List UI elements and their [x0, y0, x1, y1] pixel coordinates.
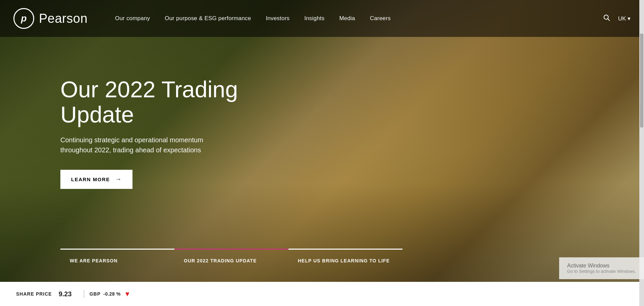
logo-letter: p	[21, 13, 26, 24]
windows-activate-subtitle: Go to Settings to activate Windows.	[567, 269, 636, 274]
svg-point-0	[604, 15, 608, 19]
learn-more-arrow: →	[115, 176, 122, 183]
nav-investors[interactable]: Investors	[258, 15, 297, 22]
brand-name: Pearson	[39, 11, 88, 26]
share-price-change: -0.28 %	[103, 291, 121, 297]
hero-section: p Pearson Our company Our purpose & ESG …	[0, 0, 644, 306]
share-price-divider	[84, 290, 84, 298]
learn-more-label: LEARN MORE	[71, 176, 110, 182]
scrollbar-thumb[interactable]	[640, 34, 643, 128]
bottom-card-we-are-pearson[interactable]: WE ARE PEARSON	[60, 249, 174, 272]
logo-icon: p	[13, 8, 34, 29]
windows-activate-overlay: Activate Windows Go to Settings to activ…	[559, 257, 644, 279]
logo-link[interactable]: p Pearson	[13, 8, 88, 29]
share-price-label: SHARE PRICE	[16, 291, 52, 297]
nav-our-company[interactable]: Our company	[108, 15, 157, 22]
nav-right: UK ▾	[603, 14, 631, 23]
share-price-value: 9.23	[59, 290, 72, 298]
bottom-cards: WE ARE PEARSON OUR 2022 TRADING UPDATE H…	[0, 249, 644, 272]
navbar: p Pearson Our company Our purpose & ESG …	[0, 0, 644, 37]
hero-subtitle: Continuing strategic and operational mom…	[60, 135, 235, 155]
nav-links: Our company Our purpose & ESG performanc…	[108, 15, 603, 22]
nav-media[interactable]: Media	[332, 15, 362, 22]
learn-more-button[interactable]: LEARN MORE →	[60, 170, 132, 189]
bottom-card-bring-learning[interactable]: HELP US BRING LEARNING TO LIFE	[288, 249, 402, 272]
svg-line-1	[608, 19, 609, 21]
bottom-card-title-1: OUR 2022 TRADING UPDATE	[184, 258, 279, 264]
windows-activate-title: Activate Windows	[567, 263, 636, 269]
nav-insights[interactable]: Insights	[297, 15, 332, 22]
search-button[interactable]	[603, 14, 610, 23]
bottom-card-title-2: HELP US BRING LEARNING TO LIFE	[298, 258, 393, 264]
share-price-direction-icon: ▼	[124, 290, 131, 298]
hero-title: Our 2022 Trading Update	[60, 77, 295, 127]
share-price-currency: GBP	[90, 291, 101, 297]
nav-careers[interactable]: Careers	[363, 15, 398, 22]
bottom-card-title-0: WE ARE PEARSON	[70, 258, 165, 264]
share-price-bar: SHARE PRICE 9.23 GBP -0.28 % ▼	[0, 282, 644, 306]
bottom-card-trading-update[interactable]: OUR 2022 TRADING UPDATE	[174, 249, 288, 272]
region-label: UK ▾	[618, 15, 631, 22]
nav-esg[interactable]: Our purpose & ESG performance	[157, 15, 258, 22]
region-dropdown[interactable]: UK ▾	[618, 15, 631, 22]
